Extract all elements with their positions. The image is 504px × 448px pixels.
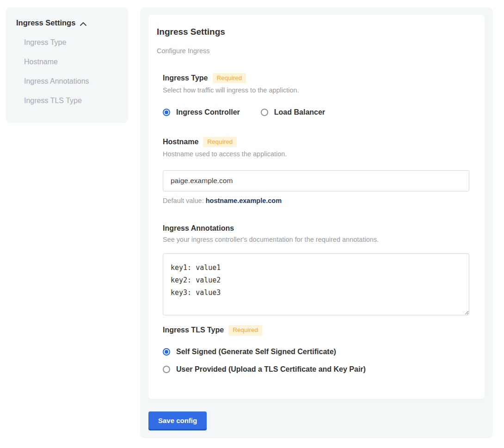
radio-button-icon xyxy=(163,348,170,356)
radio-ingress-controller[interactable]: Ingress Controller xyxy=(163,108,240,117)
radio-load-balancer-label: Load Balancer xyxy=(274,108,325,117)
ingress-type-label: Ingress Type xyxy=(163,74,208,82)
required-badge: Required xyxy=(213,73,246,83)
sidebar-item-ingress-tls-type[interactable]: Ingress TLS Type xyxy=(16,97,119,105)
section-ingress-annotations: Ingress Annotations See your ingress con… xyxy=(163,224,469,315)
save-config-button[interactable]: Save config xyxy=(148,411,207,429)
ingress-type-radio-group: Ingress Controller Load Balancer xyxy=(163,108,469,117)
radio-button-icon xyxy=(261,109,268,116)
section-ingress-tls-type: Ingress TLS Type Required Self Signed (G… xyxy=(163,325,469,373)
ingress-type-help: Select how traffic will ingress to the a… xyxy=(163,86,469,94)
default-value-text: hostname.example.com xyxy=(206,197,282,204)
sidebar-group-ingress-settings[interactable]: Ingress Settings xyxy=(16,18,119,27)
radio-button-icon xyxy=(163,109,170,116)
radio-user-provided[interactable]: User Provided (Upload a TLS Certificate … xyxy=(163,365,469,374)
section-ingress-type: Ingress Type Required Select how traffic… xyxy=(163,73,469,117)
sidebar-item-ingress-annotations[interactable]: Ingress Annotations xyxy=(16,77,119,86)
page-subtitle: Configure Ingress xyxy=(157,47,469,55)
config-panel: Ingress Settings Configure Ingress Ingre… xyxy=(140,7,493,438)
radio-self-signed[interactable]: Self Signed (Generate Self Signed Certif… xyxy=(163,348,469,356)
required-badge: Required xyxy=(228,325,262,335)
hostname-help: Hostname used to access the application. xyxy=(163,150,469,158)
ingress-annotations-label: Ingress Annotations xyxy=(163,224,234,233)
hostname-input[interactable] xyxy=(163,170,469,191)
config-card: Ingress Settings Configure Ingress Ingre… xyxy=(148,15,485,399)
config-nav-sidebar: Ingress Settings Ingress Type Hostname I… xyxy=(6,7,128,123)
ingress-annotations-help: See your ingress controller's documentat… xyxy=(163,236,469,243)
hostname-default-value: Default value: hostname.example.com xyxy=(163,197,469,204)
sidebar-group-label: Ingress Settings xyxy=(16,18,75,27)
default-value-prefix: Default value: xyxy=(163,197,206,204)
radio-button-icon xyxy=(163,366,170,373)
required-badge: Required xyxy=(203,137,237,147)
section-hostname: Hostname Required Hostname used to acces… xyxy=(163,137,469,204)
ingress-annotations-textarea[interactable] xyxy=(163,253,469,315)
sidebar-item-hostname[interactable]: Hostname xyxy=(16,58,119,66)
hostname-label: Hostname xyxy=(163,138,198,146)
chevron-up-icon xyxy=(80,20,87,26)
config-page: Ingress Settings Ingress Type Hostname I… xyxy=(0,0,504,448)
radio-load-balancer[interactable]: Load Balancer xyxy=(261,108,325,117)
radio-self-signed-label: Self Signed (Generate Self Signed Certif… xyxy=(176,348,336,356)
radio-user-provided-label: User Provided (Upload a TLS Certificate … xyxy=(176,365,366,374)
ingress-tls-type-label: Ingress TLS Type xyxy=(163,326,224,334)
sidebar-item-ingress-type[interactable]: Ingress Type xyxy=(16,38,119,47)
radio-ingress-controller-label: Ingress Controller xyxy=(176,108,240,117)
page-title: Ingress Settings xyxy=(157,27,469,37)
